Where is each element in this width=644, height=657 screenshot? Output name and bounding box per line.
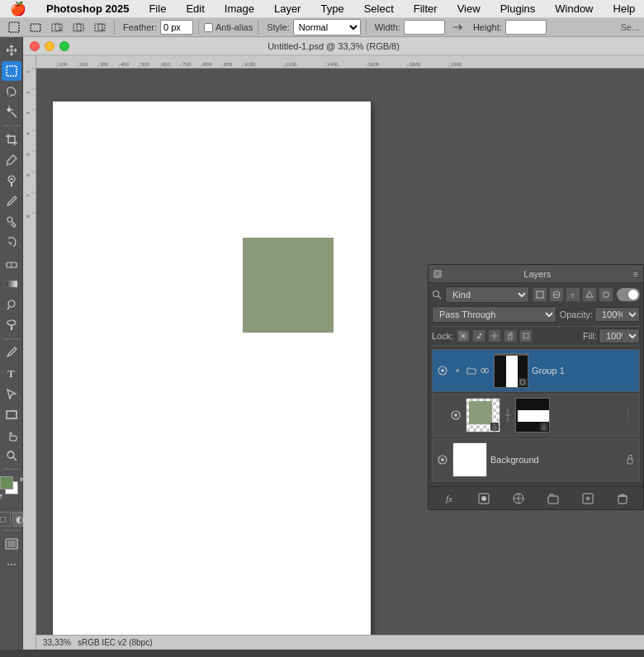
svg-point-91 (480, 333, 482, 336)
image-menu[interactable]: Image (221, 1, 258, 17)
tool-screen-mode[interactable] (2, 534, 21, 554)
window-minimize-button[interactable] (45, 41, 54, 51)
layer-thumbnail-background (452, 442, 487, 477)
layer-link-icon[interactable] (504, 409, 512, 422)
lock-position-icon[interactable] (504, 329, 517, 343)
tool-extra[interactable]: ⋯ (2, 555, 21, 574)
tool-rectangle[interactable] (2, 404, 21, 424)
svg-rect-102 (506, 356, 518, 387)
filter-menu[interactable]: Filter (410, 1, 441, 17)
type-menu[interactable]: Type (317, 1, 347, 17)
lock-artboard-icon[interactable] (488, 329, 501, 343)
edit-menu[interactable]: Edit (182, 1, 207, 17)
toolbar-add-icon[interactable]: + (48, 18, 66, 36)
tool-lasso[interactable] (2, 82, 21, 102)
tool-marquee[interactable] (2, 61, 21, 81)
view-menu[interactable]: View (454, 1, 484, 17)
width-input[interactable] (404, 20, 445, 35)
layer-visibility-background[interactable] (436, 453, 449, 466)
foreground-color-swatch[interactable] (0, 476, 13, 489)
feather-input[interactable] (160, 20, 193, 35)
blend-mode-select[interactable]: Pass Through Normal Multiply Screen Over… (432, 306, 556, 323)
filter-shape-icon[interactable] (582, 287, 597, 302)
reset-colors-icon[interactable]: ↺ (0, 493, 3, 501)
plugins-menu[interactable]: Plugins (497, 1, 539, 17)
antialias-checkbox[interactable]: Anti-alias (204, 22, 253, 32)
layer-name-group1: Group 1 (532, 366, 636, 376)
filter-type-text-icon[interactable]: T (566, 287, 580, 302)
layer-visibility-group1[interactable] (436, 364, 449, 377)
layers-delete-button[interactable] (614, 490, 631, 507)
app-name-menu[interactable]: Photoshop 2025 (43, 1, 132, 17)
layers-group-button[interactable] (545, 490, 561, 507)
filter-pixel-icon[interactable] (533, 287, 547, 302)
toolbar-marquee-icon[interactable] (26, 18, 45, 36)
layer-row-group1[interactable]: ▾ (432, 349, 640, 392)
tool-path-select[interactable] (2, 384, 21, 404)
layers-fx-button[interactable]: fx (441, 490, 457, 507)
layers-panel-menu-icon[interactable]: ≡ (633, 269, 638, 279)
lock-icons (457, 329, 580, 343)
fill-input[interactable]: 100% 75% (599, 328, 640, 343)
width-label: Width: (375, 22, 400, 32)
tool-gradient[interactable] (2, 274, 21, 294)
tool-move[interactable] (2, 40, 21, 60)
lock-image-icon[interactable] (472, 329, 485, 343)
tool-dodge[interactable] (2, 315, 21, 335)
select-menu[interactable]: Select (361, 1, 397, 17)
layers-adjustment-button[interactable] (510, 490, 527, 507)
toolbar-intersect-icon[interactable]: × (91, 18, 109, 36)
tool-magic-wand[interactable] (2, 102, 21, 122)
layer-row-background[interactable]: Background (432, 438, 640, 481)
window-maximize-button[interactable] (59, 41, 69, 51)
tool-clone-stamp[interactable] (2, 212, 21, 232)
layers-mask-button[interactable] (476, 490, 492, 507)
svg-text:100: 100 (59, 62, 68, 67)
svg-text:200: 200 (79, 62, 88, 67)
background-lock-icon (624, 454, 636, 466)
lock-row: Lock: (432, 326, 640, 346)
tool-type[interactable]: T (2, 363, 21, 383)
layer-expand-group1[interactable]: ▾ (452, 366, 462, 376)
window-close-button[interactable] (30, 41, 40, 51)
swap-icon[interactable] (448, 18, 466, 36)
height-input[interactable] (505, 20, 547, 35)
tool-blur[interactable] (2, 295, 21, 314)
filter-adjustment-icon[interactable] (549, 287, 564, 302)
antialias-label: Anti-alias (215, 22, 253, 32)
filter-toggle[interactable] (617, 288, 640, 301)
file-menu[interactable]: File (145, 1, 169, 17)
tool-history-brush[interactable] (2, 233, 21, 253)
layer-visibility-sublayer[interactable] (449, 409, 462, 422)
help-menu[interactable]: Help (610, 1, 639, 17)
tool-brush[interactable] (2, 191, 21, 211)
layer-row-sublayer[interactable] (432, 394, 640, 437)
toolbar-move-icon[interactable] (5, 18, 23, 36)
svg-point-20 (7, 217, 12, 222)
svg-text:T: T (7, 367, 15, 380)
layers-panel-close-button[interactable]: ✕ (433, 270, 442, 278)
layers-new-layer-button[interactable] (580, 490, 596, 507)
filter-kind-select[interactable]: Kind Name Effect (445, 286, 529, 303)
layer-menu[interactable]: Layer (271, 1, 305, 17)
layer-chain-icon (479, 365, 490, 376)
filter-smart-icon[interactable] (599, 287, 613, 302)
style-select[interactable]: Normal Fixed Ratio Fixed Size (293, 19, 361, 35)
tool-eyedropper[interactable] (2, 150, 21, 170)
tool-eraser[interactable] (2, 253, 21, 273)
lock-transparent-icon[interactable] (457, 329, 470, 343)
tool-spot-healing[interactable] (2, 171, 21, 191)
window-menu[interactable]: Window (552, 1, 596, 17)
tool-crop[interactable] (2, 130, 21, 149)
apple-menu[interactable]: 🍎 (7, 0, 30, 18)
tool-hand[interactable] (2, 425, 21, 445)
standard-mode-icon[interactable]: □ (0, 512, 11, 527)
svg-point-97 (441, 369, 444, 372)
tool-pen[interactable] (2, 343, 21, 362)
svg-rect-28 (7, 411, 17, 418)
tool-zoom[interactable] (2, 446, 21, 466)
opacity-input[interactable]: 100% 75% 50% (594, 307, 640, 322)
toolbar-subtract-icon[interactable]: - (69, 18, 88, 36)
lock-artboard2-icon[interactable] (519, 329, 533, 343)
opacity-label: Opacity: (560, 310, 593, 319)
